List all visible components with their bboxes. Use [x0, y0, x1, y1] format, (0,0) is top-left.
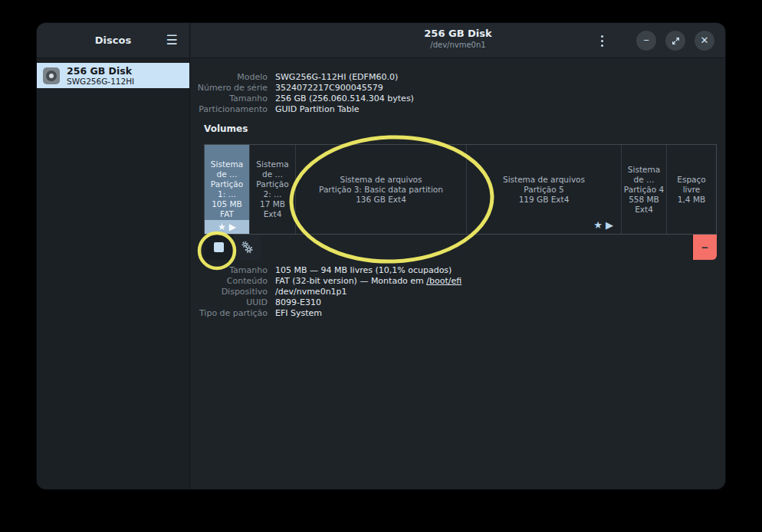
sidebar-title: Discos — [95, 34, 131, 46]
maximize-icon — [671, 36, 681, 46]
star-icon: ★ — [218, 220, 226, 234]
detail-row-modelo: Modelo SWG256G-112HI (EDFM60.0) — [191, 72, 414, 83]
gears-icon — [241, 241, 254, 254]
play-icon: ▶ — [606, 219, 613, 231]
stop-icon — [214, 242, 224, 252]
partition-options-button[interactable] — [233, 235, 261, 260]
main-panel: 256 GB Disk /dev/nvme0n1 − ✕ — [191, 23, 725, 489]
headerbar: 256 GB Disk /dev/nvme0n1 − ✕ — [191, 23, 725, 58]
detail-row-vol-tamanho: Tamanho 105 MB — 94 MB livres (10,1% ocu… — [191, 265, 461, 276]
volume-details: Tamanho 105 MB — 94 MB livres (10,1% ocu… — [191, 265, 461, 319]
close-button[interactable]: ✕ — [695, 31, 714, 51]
play-icon: ▶ — [229, 220, 236, 234]
partition-1[interactable]: Sistema de … Partição 1: … 105 MB FAT ★ … — [205, 145, 250, 234]
mount-point-link[interactable]: /boot/efi — [426, 276, 461, 286]
toolbar-spacer — [261, 235, 693, 260]
detail-row-tipo-particao: Tipo de partição EFI System — [191, 308, 461, 319]
partition-1-mount-strip: ★ ▶ — [205, 220, 249, 234]
drive-icon — [43, 67, 60, 84]
disk-item-title: 256 GB Disk — [67, 66, 134, 77]
hamburger-menu-icon[interactable]: ☰ — [163, 33, 180, 48]
star-icon: ★ — [593, 219, 603, 231]
maximize-button[interactable] — [665, 31, 685, 51]
minimize-button[interactable]: − — [636, 31, 656, 51]
gnome-disks-window: Discos ☰ 256 GB Disk SWG256G-112HI 256 G… — [37, 23, 725, 489]
partition-4[interactable]: Sistema de … Partição 4 558 MB Ext4 — [622, 145, 667, 234]
minus-icon: − — [701, 241, 708, 254]
sidebar: Discos ☰ 256 GB Disk SWG256G-112HI — [37, 23, 190, 489]
unmount-button[interactable] — [204, 235, 233, 260]
detail-row-tamanho: Tamanho 256 GB (256.060.514.304 bytes) — [191, 94, 414, 104]
partition-3[interactable]: Sistema de arquivos Partição 3: Basic da… — [296, 145, 467, 234]
free-space[interactable]: Espaço livre 1,4 MB — [667, 145, 716, 234]
disk-item-subtitle: SWG256G-112HI — [67, 77, 134, 86]
volumes-grid: Sistema de … Partição 1: … 105 MB FAT ★ … — [204, 144, 717, 235]
partition-2[interactable]: Sistema de … Partição 2: … 17 MB Ext4 — [250, 145, 296, 234]
detail-row-uuid: UUID 8099-E310 — [191, 297, 461, 308]
sidebar-item-disk[interactable]: 256 GB Disk SWG256G-112HI — [37, 63, 189, 88]
drive-details: Modelo SWG256G-112HI (EDFM60.0) Número d… — [191, 72, 414, 115]
partition-5[interactable]: Sistema de arquivos Partição 5 119 GB Ex… — [467, 145, 622, 234]
detail-row-serial: Número de série 3524072217C900045579 — [191, 83, 414, 94]
sidebar-header: Discos ☰ — [37, 23, 189, 58]
volumes-section-title: Volumes — [204, 123, 248, 134]
volume-toolbar: − — [204, 235, 717, 260]
detail-row-conteudo: Conteúdo FAT (32-bit version) — Montado … — [191, 276, 461, 287]
delete-partition-button[interactable]: − — [693, 235, 717, 260]
menu-kebab-icon[interactable] — [593, 31, 610, 51]
detail-row-dispositivo: Dispositivo /dev/nvme0n1p1 — [191, 287, 461, 297]
detail-row-particionamento: Particionamento GUID Partition Table — [191, 104, 414, 115]
